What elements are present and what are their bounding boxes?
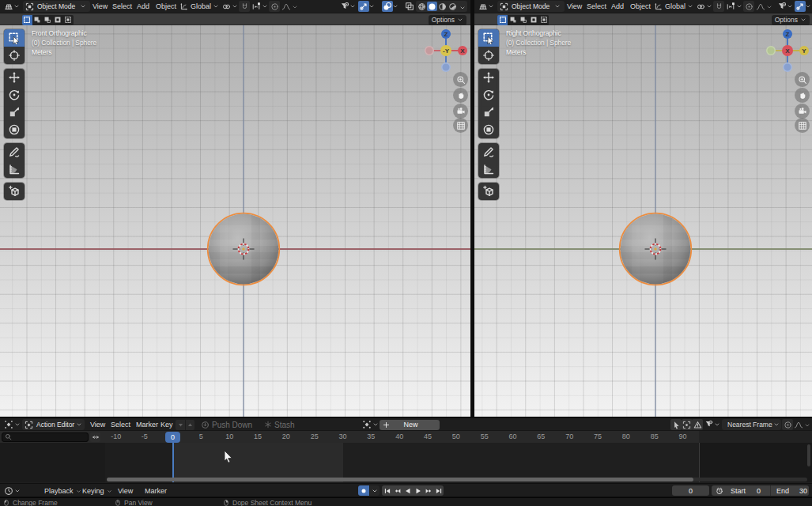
select-invert-button[interactable] <box>53 15 63 25</box>
dopesheet-menu-view[interactable]: View <box>90 418 105 431</box>
menu-view[interactable]: View <box>93 0 108 13</box>
orientation-label[interactable]: Global <box>191 0 211 13</box>
overlays-caret-icon[interactable] <box>392 3 398 9</box>
menu-add[interactable]: Add <box>137 0 149 13</box>
jump-to-start-button[interactable] <box>382 485 392 496</box>
previous-keyframe-button[interactable] <box>392 485 402 496</box>
editor-type-icon[interactable] <box>4 2 13 11</box>
menu-select[interactable]: Select <box>587 0 606 13</box>
playhead-line[interactable] <box>172 443 174 482</box>
zoom-button[interactable] <box>453 72 468 87</box>
snap-target-caret-icon[interactable] <box>736 3 742 9</box>
jump-to-end-button[interactable] <box>433 485 444 496</box>
gizmo-axis-z-pos[interactable]: Z <box>783 29 792 39</box>
pan-button[interactable] <box>453 88 468 103</box>
browse-action-caret-icon[interactable] <box>372 421 379 428</box>
toggle-projection-button[interactable] <box>795 118 810 133</box>
shading-rendered-button[interactable] <box>448 2 458 12</box>
auto-keying-caret-button[interactable] <box>370 485 380 496</box>
stash-button[interactable]: Stash <box>264 418 295 431</box>
editor-type-caret-icon[interactable] <box>488 3 494 9</box>
vertical-scrollbar-handle[interactable] <box>807 444 810 466</box>
timeline-menu-marker[interactable]: Marker <box>145 484 167 497</box>
navigation-gizmo[interactable]: ZX-Y <box>421 25 470 76</box>
orientation-icon[interactable] <box>654 2 663 11</box>
options-dropdown[interactable]: Options <box>772 15 810 25</box>
viewport-canvas[interactable]: Front Orthographic(0) Collection | Spher… <box>0 25 470 417</box>
falloff-caret-icon[interactable] <box>292 4 298 10</box>
camera-view-button[interactable] <box>795 104 810 119</box>
select-subtract-button[interactable] <box>518 15 528 25</box>
gizmo-axis-right-neg[interactable] <box>425 46 434 55</box>
toggle-projection-button[interactable] <box>453 118 468 133</box>
dopesheet-filter-icon[interactable] <box>704 420 713 429</box>
only-show-errors-button[interactable] <box>692 419 703 430</box>
gizmo-axis-right-neg[interactable] <box>766 46 776 55</box>
dopesheet-menu-key[interactable]: Key <box>161 418 173 431</box>
select-intersect-button[interactable] <box>63 15 74 25</box>
proportional-edit-button[interactable] <box>743 1 754 12</box>
show-object-types-button[interactable] <box>339 1 350 12</box>
tool-transform-button[interactable] <box>478 121 499 138</box>
tool-add-cube-button[interactable] <box>4 183 25 200</box>
dopesheet-falloff-caret-icon[interactable] <box>804 422 810 429</box>
dopesheet-mode-dropdown[interactable]: Action Editor <box>22 419 85 430</box>
snap-toggle-button[interactable] <box>239 1 250 12</box>
timeline-menu-keying[interactable]: Keying <box>82 484 112 497</box>
dopesheet-mode-caret-icon[interactable] <box>76 421 82 428</box>
channel-search-box[interactable] <box>2 432 89 442</box>
gizmos-caret-icon[interactable] <box>805 3 811 9</box>
current-frame-field[interactable]: 0 <box>672 485 709 496</box>
shading-material-preview-button[interactable] <box>437 2 448 12</box>
dopesheet-proportional-button[interactable] <box>782 419 793 430</box>
show-object-types-caret-icon[interactable] <box>349 3 356 9</box>
gizmos-caret-icon[interactable] <box>368 3 375 9</box>
tool-cursor-button[interactable] <box>4 47 25 64</box>
pivot-caret-icon[interactable] <box>232 3 238 9</box>
mode-selector-dropdown[interactable]: Object Mode <box>497 1 565 12</box>
dopesheet-editor-caret-icon[interactable] <box>14 421 21 428</box>
select-invert-button[interactable] <box>528 15 538 25</box>
shading-wireframe-button[interactable] <box>417 2 427 12</box>
move-action-down-button[interactable] <box>176 420 185 430</box>
auto-keying-button[interactable] <box>358 485 369 496</box>
shading-caret-button[interactable] <box>458 2 466 11</box>
menu-object[interactable]: Object <box>630 0 651 13</box>
falloff-caret-icon[interactable] <box>766 4 772 10</box>
falloff-curve-icon[interactable] <box>281 2 291 11</box>
tool-annotate-button[interactable] <box>4 143 25 160</box>
show-object-types-caret-icon[interactable] <box>787 3 793 9</box>
pivot-caret-icon[interactable] <box>706 3 712 9</box>
tool-move-button[interactable] <box>4 69 25 86</box>
gizmo-axis-facing[interactable]: X <box>782 45 793 56</box>
tool-measure-button[interactable] <box>478 160 499 178</box>
select-intersect-button[interactable] <box>538 15 549 25</box>
orientation-icon[interactable] <box>179 2 188 11</box>
push-down-button[interactable]: Push Down <box>201 418 252 431</box>
tool-select-box-button[interactable] <box>4 29 25 47</box>
select-set-button[interactable] <box>497 15 508 25</box>
gizmos-button[interactable] <box>358 1 369 12</box>
pan-range-button[interactable] <box>90 432 100 442</box>
only-show-selected-button[interactable] <box>670 419 682 430</box>
snap-target-icon[interactable] <box>251 2 261 11</box>
tool-measure-button[interactable] <box>4 160 25 178</box>
select-subtract-button[interactable] <box>43 15 53 25</box>
snap-toggle-button[interactable] <box>713 1 724 12</box>
toggle-xray-button[interactable] <box>404 1 415 12</box>
gizmos-button[interactable] <box>795 1 806 12</box>
gizmo-axis-z-neg[interactable] <box>783 62 792 72</box>
timeline-editor-icon[interactable] <box>4 486 13 496</box>
browse-action-icon[interactable] <box>362 420 372 429</box>
horizontal-scrollbar-handle[interactable] <box>107 478 693 481</box>
menu-add[interactable]: Add <box>611 0 624 13</box>
dopesheet-ruler[interactable]: -10-551015202530354045505560657075808590… <box>0 431 812 443</box>
dopesheet-editor-icon[interactable] <box>4 420 13 429</box>
proportional-edit-button[interactable] <box>269 1 280 12</box>
navigation-gizmo[interactable]: ZYX <box>762 25 812 76</box>
gizmo-axis-z-neg[interactable] <box>441 62 451 72</box>
gizmo-axis-facing[interactable]: -Y <box>440 45 451 56</box>
tool-scale-button[interactable] <box>4 104 25 121</box>
camera-view-button[interactable] <box>453 104 468 119</box>
mode-selector-caret-icon[interactable] <box>80 3 86 9</box>
